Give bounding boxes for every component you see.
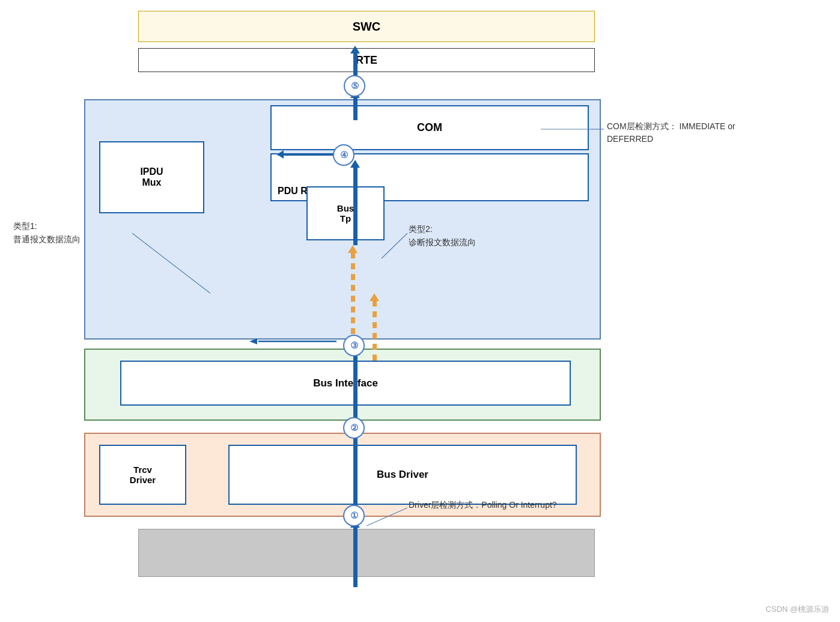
rte-label: RTE: [356, 54, 377, 67]
circle-2: ②: [343, 417, 365, 439]
arrow-4-up: [353, 167, 358, 245]
ipdu-mux-box: IPDU Mux: [99, 141, 204, 213]
driver-detect-label: Driver层检测方式：Polling Or Interrupt?: [409, 500, 557, 511]
type1-label: 类型1: 普通报文数据流向: [13, 219, 81, 246]
type2-label: 类型2: 诊断报文数据流向: [409, 222, 476, 249]
bottom-layer: [138, 529, 595, 577]
com-detect-label: COM层检测方式： IMMEDIATE or DEFERRED: [607, 120, 735, 145]
com-box: COM: [270, 105, 589, 150]
bus-tp-box: Bus Tp: [306, 186, 385, 240]
circle-4: ④: [333, 144, 355, 166]
circle-3: ③: [343, 335, 365, 356]
arrow-com-to-5: [353, 97, 358, 120]
orange-head-right: [370, 293, 379, 301]
arrow-5-to-swc: [353, 53, 358, 77]
bus-driver-box: Bus Driver: [228, 445, 577, 505]
bus-interface-box: Bus Interface: [120, 361, 571, 406]
trcv-driver-box: Trcv Driver: [99, 445, 186, 505]
swc-box: SWC: [138, 11, 595, 42]
rte-box: RTE: [138, 48, 595, 72]
watermark: CSDN @桃源乐游: [765, 604, 829, 615]
orange-arrow-right: [373, 300, 377, 361]
arrow-4-to-com: [278, 154, 333, 156]
swc-label: SWC: [353, 20, 381, 34]
arrow-head-up-swc: [350, 46, 360, 53]
circle-1: ①: [343, 505, 365, 526]
arrow-head-left-com: [277, 150, 284, 159]
orange-arrow-left: [351, 252, 355, 343]
circle-5: ⑤: [344, 75, 365, 97]
arrow-1-to-2: [353, 527, 358, 587]
diagram: SWC RTE ⑤ COM PDU Router IPDU Mux Bus Tp…: [0, 0, 840, 622]
orange-head-left: [348, 245, 358, 253]
